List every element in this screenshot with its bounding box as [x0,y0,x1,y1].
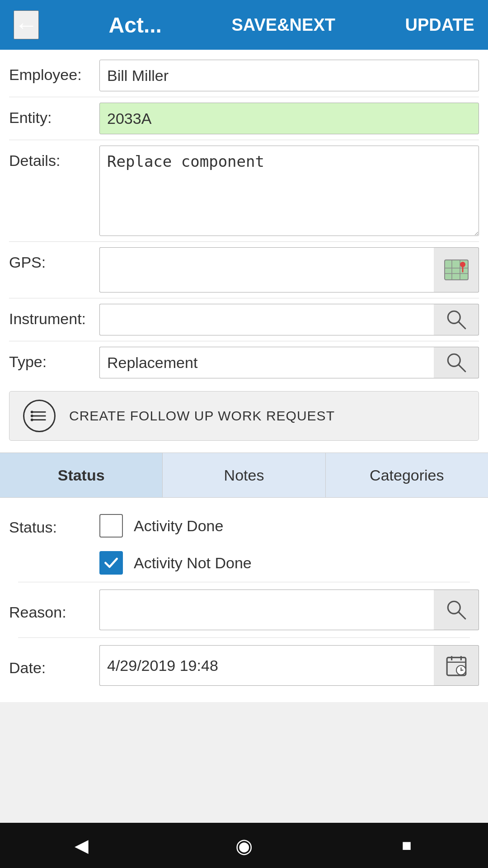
gps-input[interactable] [99,247,434,292]
gps-label: GPS: [9,247,99,271]
type-row: Type: [0,341,488,384]
svg-point-5 [460,262,465,267]
activity-done-row: Activity Done [99,514,479,538]
gps-row: GPS: [0,242,488,298]
instrument-input-group [99,304,479,335]
status-section: Status: Activity Done Activity Not Done … [0,498,488,702]
entity-input[interactable] [99,103,479,134]
details-label: Details: [9,146,99,170]
followup-label: CREATE FOLLOW UP WORK REQUEST [69,408,335,424]
status-row: Status: Activity Done Activity Not Done [9,507,479,582]
page-title: Act... [109,13,162,38]
create-followup-button[interactable]: CREATE FOLLOW UP WORK REQUEST [9,391,479,441]
date-input[interactable] [99,645,434,686]
tab-status[interactable]: Status [0,453,163,497]
reason-search-button[interactable] [434,590,479,630]
save-next-button[interactable]: SAVE&NEXT [232,15,335,35]
date-input-group [99,645,479,686]
reason-row: Reason: [9,582,479,637]
nav-square-button[interactable]: ■ [391,830,422,861]
type-label: Type: [9,347,99,371]
details-input[interactable] [99,146,479,236]
tab-categories[interactable]: Categories [326,453,488,497]
update-button[interactable]: UPDATE [405,15,474,35]
svg-point-11 [31,410,33,413]
instrument-search-button[interactable] [434,304,479,335]
tab-notes[interactable]: Notes [163,453,325,497]
date-label: Date: [9,655,99,677]
employee-row: Employee: [0,54,488,97]
bottom-nav-bar: ◀ ◉ ■ [0,823,488,868]
instrument-label: Instrument: [9,304,99,328]
followup-icon [23,400,56,432]
details-row: Details: [0,140,488,241]
app-header: ← Act... SAVE&NEXT UPDATE [0,0,488,50]
employee-input[interactable] [99,60,479,91]
gps-input-group [99,247,479,292]
instrument-input[interactable] [99,304,434,335]
reason-input[interactable] [99,590,434,630]
entity-row: Entity: [0,97,488,140]
tab-bar: Status Notes Categories [0,453,488,498]
nav-back-button[interactable]: ◀ [66,830,97,861]
type-search-button[interactable] [434,347,479,378]
svg-line-7 [459,322,465,329]
date-row: Date: [9,638,479,693]
activity-not-done-label: Activity Not Done [134,554,252,572]
svg-line-17 [459,612,465,619]
type-input[interactable] [99,347,434,378]
reason-input-group [99,590,479,630]
status-options: Activity Done Activity Not Done [99,514,479,575]
status-field-label: Status: [9,514,99,536]
svg-point-13 [31,415,33,417]
instrument-row: Instrument: [0,298,488,341]
back-button[interactable]: ← [14,10,39,39]
date-picker-button[interactable] [434,645,479,686]
form-area: Employee: Entity: Details: GPS: [0,50,488,453]
activity-not-done-checkbox[interactable] [99,551,123,575]
activity-done-checkbox[interactable] [99,514,123,538]
gps-map-button[interactable] [434,247,479,292]
entity-label: Entity: [9,103,99,127]
svg-point-15 [31,419,33,421]
activity-not-done-row: Activity Not Done [99,551,479,575]
svg-line-9 [459,365,465,372]
employee-label: Employee: [9,60,99,84]
type-input-group [99,347,479,378]
nav-home-button[interactable]: ◉ [228,830,260,861]
reason-label: Reason: [9,599,99,621]
activity-done-label: Activity Done [134,517,223,535]
